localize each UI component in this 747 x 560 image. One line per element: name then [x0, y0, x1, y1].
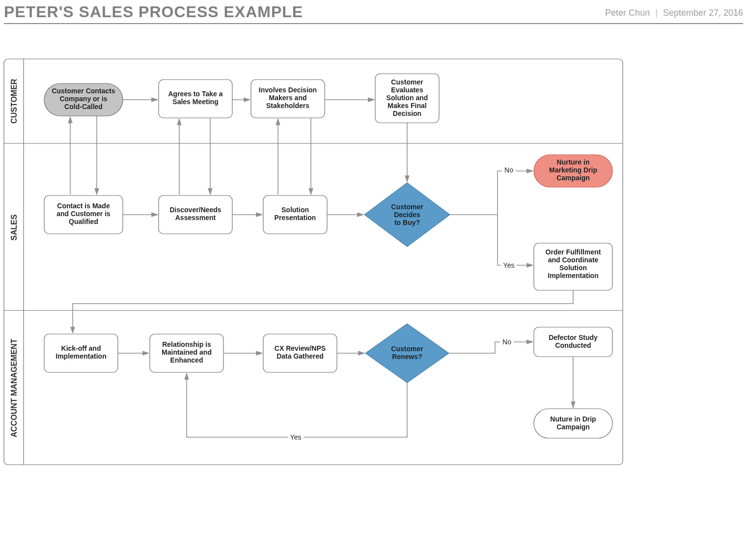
- edge-label-no-2: No: [502, 338, 511, 346]
- t-a2a: Relationship is: [162, 340, 211, 348]
- edge-label-yes-1: Yes: [503, 261, 515, 269]
- t-c2a: Agrees to Take a: [168, 90, 222, 98]
- t-a4b: Renews?: [392, 353, 422, 361]
- t-a2c: Enhanced: [170, 356, 203, 364]
- t-c4d: Makes Final: [387, 102, 426, 110]
- t-a1b: Implementation: [55, 352, 106, 360]
- t-c1b: Company or is: [59, 95, 107, 103]
- t-a4a: Customer: [391, 345, 423, 353]
- t-s3a: Solution: [281, 206, 309, 214]
- page: PETER'S SALES PROCESS EXAMPLE Peter Chun…: [0, 0, 747, 560]
- edge-a4-no: [449, 342, 533, 353]
- t-c4a: Customer: [391, 78, 423, 86]
- t-c3a: Involves Decision: [259, 86, 317, 94]
- t-s5a: Nurture in: [557, 158, 590, 166]
- diagram: CUSTOMER SALES ACCOUNT MANAGEMENT Custom…: [4, 59, 623, 469]
- t-s1c: Qualified: [69, 218, 98, 225]
- t-s6d: Implementation: [548, 272, 598, 280]
- lane-label-account: ACCOUNT MANAGEMENT: [10, 338, 18, 437]
- t-a5b: Conducted: [555, 341, 591, 349]
- t-c2b: Sales Meeting: [172, 98, 218, 106]
- t-s1a: Contact is Made: [57, 202, 110, 210]
- t-s6a: Order Fulfillment: [546, 248, 601, 256]
- t-s1b: and Customer is: [56, 210, 111, 218]
- header-author: Peter Chun: [605, 8, 650, 18]
- t-c4e: Decision: [393, 110, 421, 117]
- t-a3a: CX Review/NPS: [275, 344, 326, 352]
- edge-s4-no: [450, 171, 533, 215]
- t-c4b: Evaluates: [391, 86, 423, 94]
- t-s4b: Decides: [394, 211, 420, 219]
- t-s6c: Solution: [559, 264, 587, 272]
- t-s2b: Assessment: [175, 214, 216, 222]
- t-a6b: Campaign: [556, 423, 590, 431]
- t-s2a: Discover/Needs: [169, 206, 221, 214]
- t-c3c: Stakeholders: [266, 102, 309, 110]
- t-s5c: Campaign: [556, 174, 590, 182]
- t-a3b: Data Gathered: [277, 352, 324, 360]
- t-s6b: and Coordinate: [548, 256, 599, 264]
- header-date: September 27, 2016: [663, 8, 743, 18]
- t-a5a: Defector Study: [549, 334, 598, 341]
- header: PETER'S SALES PROCESS EXAMPLE Peter Chun…: [4, 3, 743, 24]
- edge-s6-a1: [73, 290, 573, 333]
- t-c1a: Customer Contacts: [52, 87, 115, 95]
- t-c4c: Solution and: [387, 94, 428, 102]
- lane-label-sales: SALES: [10, 214, 18, 241]
- t-a2b: Maintained and: [162, 348, 212, 356]
- t-s5b: Marketing Drip: [549, 166, 597, 174]
- edge-a4-yes: [187, 373, 407, 437]
- lane-label-customer: CUSTOMER: [10, 79, 18, 124]
- t-c1c: Cold-Called: [64, 103, 103, 111]
- page-title: PETER'S SALES PROCESS EXAMPLE: [4, 3, 303, 21]
- t-s4a: Customer: [391, 203, 423, 211]
- t-s3b: Presentation: [275, 214, 316, 222]
- flowchart-svg: CUSTOMER SALES ACCOUNT MANAGEMENT Custom…: [4, 59, 623, 467]
- meta-divider: |: [655, 8, 658, 18]
- edge-label-yes-2: Yes: [290, 433, 302, 441]
- header-meta: Peter Chun | September 27, 2016: [605, 8, 743, 18]
- edge-label-no-1: No: [504, 166, 513, 174]
- t-c3b: Makers and: [269, 94, 306, 102]
- t-s4c: to Buy?: [394, 219, 420, 226]
- edge-s4-yes: [498, 215, 533, 265]
- t-a6a: Nuture in Drip: [550, 415, 596, 423]
- t-a1a: Kick-off and: [61, 344, 101, 352]
